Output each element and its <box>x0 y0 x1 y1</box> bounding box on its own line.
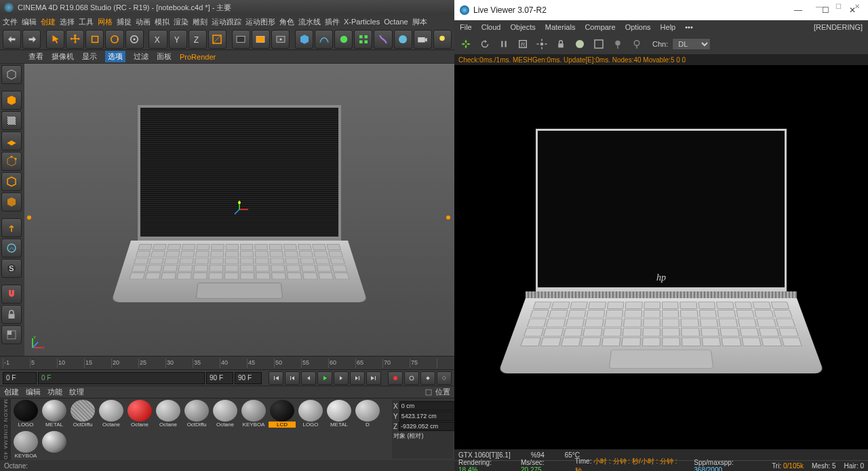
material-LOGO-10[interactable]: LOGO <box>297 400 324 430</box>
matbar-texture[interactable]: 纹理 <box>69 387 84 397</box>
key-options-button[interactable] <box>437 371 452 385</box>
menu-选择[interactable]: 选择 <box>60 17 75 27</box>
menu-运动跟踪[interactable]: 运动跟踪 <box>212 17 241 27</box>
prev-key-button[interactable] <box>285 371 300 385</box>
material-extra[interactable] <box>41 431 68 461</box>
material-KEYBOA-13[interactable]: KEYBOA <box>12 431 39 461</box>
environment-tool[interactable] <box>394 30 412 49</box>
z-axis-lock[interactable]: Z <box>189 30 207 49</box>
x-axis-lock[interactable]: X <box>149 30 167 49</box>
light-tool[interactable] <box>433 30 452 49</box>
keyframe-sel-button[interactable] <box>420 371 435 385</box>
render-view[interactable] <box>232 30 250 49</box>
lock-tool[interactable] <box>1 305 22 324</box>
material-OctDiffu-2[interactable]: OctDiffu <box>69 400 96 430</box>
close-button[interactable]: ✕ <box>850 1 864 11</box>
channels-button[interactable] <box>591 37 606 52</box>
snap-toggle[interactable]: S <box>1 259 22 278</box>
viewport-solo[interactable] <box>1 325 22 344</box>
material-OctDiffu-6[interactable]: OctDiffu <box>183 400 210 430</box>
viewport-canvas[interactable]: YX <box>24 64 454 356</box>
lock-button[interactable] <box>553 37 568 52</box>
point-mode[interactable] <box>1 152 22 171</box>
live-menu-help[interactable]: Help <box>660 23 676 31</box>
move-tool[interactable] <box>66 30 84 49</box>
material-Octane-7[interactable]: Octane <box>212 400 239 430</box>
menu-X-Particles[interactable]: X-Particles <box>344 18 380 26</box>
live-menu-compare[interactable]: Compare <box>585 23 615 31</box>
render-picture-viewer[interactable] <box>252 30 270 49</box>
live-menu-more[interactable]: ••• <box>685 23 693 31</box>
octane-logo-icon[interactable] <box>458 37 473 52</box>
start-frame-field[interactable]: 0 F <box>3 372 37 384</box>
focus-pick-button[interactable] <box>610 37 625 52</box>
menu-网格[interactable]: 网格 <box>98 17 113 27</box>
record-button[interactable] <box>388 371 403 385</box>
viewport-handle-left[interactable] <box>27 216 31 220</box>
menu-流水线[interactable]: 流水线 <box>298 17 321 27</box>
maximize-button[interactable]: ☐ <box>831 1 845 11</box>
end-frame-field[interactable]: 90 F <box>235 372 262 384</box>
settings-button[interactable] <box>534 37 549 52</box>
next-frame-button[interactable] <box>334 371 349 385</box>
menu-插件[interactable]: 插件 <box>325 17 340 27</box>
viewport-handle-right[interactable] <box>446 216 450 220</box>
material-Octane-4[interactable]: Octane <box>126 400 153 430</box>
edge-mode[interactable] <box>1 172 22 191</box>
magnet-tool[interactable] <box>1 285 22 304</box>
tweak-mode[interactable] <box>1 239 22 258</box>
menu-捕捉[interactable]: 捕捉 <box>117 17 132 27</box>
lv-minimize-button[interactable]: — <box>788 3 808 17</box>
menu-Octane[interactable]: Octane <box>384 18 408 26</box>
axis-tool[interactable] <box>1 218 22 237</box>
subbar-6[interactable]: ProRender <box>180 53 216 61</box>
material-METAL-1[interactable]: METAL <box>41 400 68 430</box>
deformer-tool[interactable] <box>374 30 392 49</box>
select-tool[interactable] <box>46 30 64 49</box>
material-KEYBOA-8[interactable]: KEYBOA <box>240 400 267 430</box>
coord-mode[interactable]: 对象 (相对) <box>393 432 424 441</box>
minimize-button[interactable]: — <box>812 1 826 11</box>
menu-角色[interactable]: 角色 <box>279 17 294 27</box>
live-menu-cloud[interactable]: Cloud <box>481 23 501 31</box>
menu-脚本[interactable]: 脚本 <box>412 17 427 27</box>
menu-动画[interactable]: 动画 <box>136 17 151 27</box>
subbar-0[interactable]: 查看 <box>28 52 43 62</box>
spline-tool[interactable] <box>315 30 333 49</box>
goto-end-button[interactable] <box>366 371 381 385</box>
subbar-4[interactable]: 过滤 <box>134 52 149 62</box>
y-axis-lock[interactable]: Y <box>169 30 187 49</box>
array-tool[interactable] <box>354 30 372 49</box>
pause-button[interactable] <box>496 37 511 52</box>
material-LOGO-0[interactable]: LOGO <box>12 400 39 430</box>
pick-material-button[interactable] <box>629 37 644 52</box>
subbar-3[interactable]: 选项 <box>105 51 125 62</box>
current-frame-field[interactable]: 0 F <box>38 372 205 384</box>
undo-button[interactable] <box>3 30 21 49</box>
subbar-2[interactable]: 显示 <box>82 52 97 62</box>
material-Octane-3[interactable]: Octane <box>98 400 125 430</box>
subbar-5[interactable]: 面板 <box>157 52 172 62</box>
material-D-12[interactable]: D <box>354 400 381 430</box>
make-editable[interactable] <box>1 65 22 84</box>
play-button[interactable] <box>317 371 332 385</box>
live-menu-objects[interactable]: Objects <box>510 23 535 31</box>
scale-tool[interactable] <box>85 30 104 49</box>
redo-button[interactable] <box>22 30 41 49</box>
live-menu-file[interactable]: File <box>460 23 472 31</box>
menu-运动图形[interactable]: 运动图形 <box>245 17 275 27</box>
clay-mode-button[interactable] <box>572 37 587 52</box>
material-LCD-9[interactable]: LCD <box>269 400 296 430</box>
live-menu-materials[interactable]: Materials <box>545 23 576 31</box>
menu-渲染[interactable]: 渲染 <box>174 17 189 27</box>
menu-雕刻[interactable]: 雕刻 <box>193 17 208 27</box>
refresh-button[interactable] <box>477 37 492 52</box>
prev-frame-button[interactable] <box>301 371 316 385</box>
workplane-mode[interactable] <box>1 131 22 150</box>
region-button[interactable]: R <box>515 37 530 52</box>
cube-primitive[interactable] <box>295 30 313 49</box>
c4d-titlebar[interactable]: CINEMA 4D R19.068 Studio (RC - R19) - [n… <box>0 0 454 15</box>
subbar-1[interactable]: 摄像机 <box>52 52 74 62</box>
c4d-viewport[interactable]: 透视视图 YX <box>24 64 454 356</box>
autokey-button[interactable] <box>404 371 419 385</box>
